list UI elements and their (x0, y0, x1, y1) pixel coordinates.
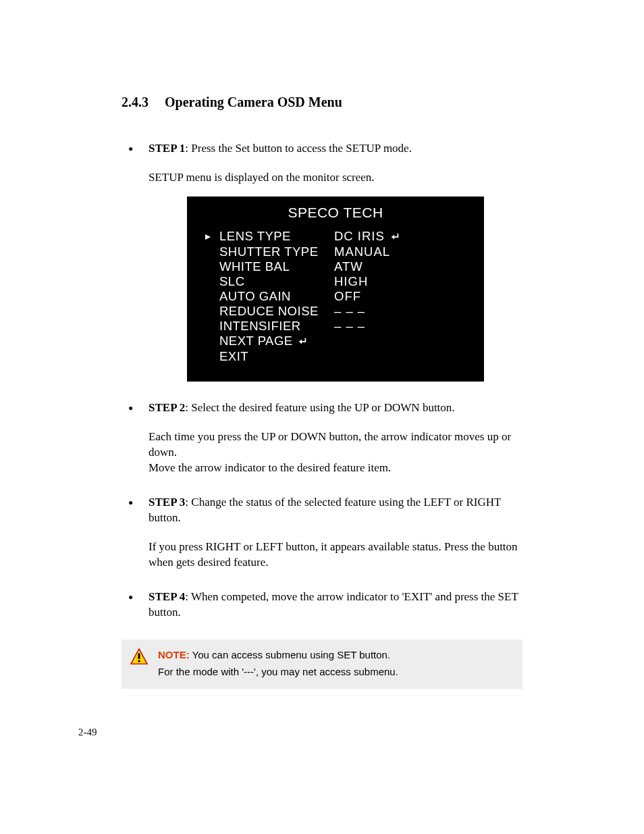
step-text: : Press the Set button to access the SET… (185, 142, 412, 155)
section-number: 2.4.3 (122, 95, 165, 110)
step-followup: Each time you press the UP or DOWN butto… (149, 429, 522, 476)
osd-value: DC IRIS (334, 229, 466, 244)
osd-value: – – – (334, 304, 466, 319)
svg-marker-1 (392, 235, 394, 240)
svg-rect-5 (138, 660, 140, 662)
osd-label: INTENSIFIER (219, 319, 334, 334)
note-label: NOTE: (158, 649, 190, 660)
osd-label: REDUCE NOISE (219, 304, 334, 319)
osd-screenshot: SPECO TECH LENS TYPE DC IRIS SHUTTER TYP… (149, 197, 522, 382)
osd-label: AUTO GAIN (219, 289, 334, 304)
osd-label: NEXT PAGE (219, 334, 334, 349)
step-followup: SETUP menu is displayed on the monitor s… (149, 170, 522, 186)
svg-marker-0 (205, 234, 211, 240)
cursor-icon (205, 229, 219, 244)
step-2: STEP 2: Select the desired feature using… (122, 400, 522, 476)
svg-marker-2 (299, 340, 302, 344)
osd-title: SPECO TECH (205, 203, 466, 222)
osd-label: SHUTTER TYPE (219, 244, 334, 259)
osd-value: MANUAL (334, 244, 466, 259)
note-line2: For the mode with '---', you may net acc… (158, 666, 398, 677)
osd-label: SLC (219, 274, 334, 289)
step-label: STEP 2 (149, 401, 185, 414)
note-box: NOTE: You can access submenu using SET b… (122, 640, 522, 689)
osd-value: OFF (334, 289, 466, 304)
osd-screen: SPECO TECH LENS TYPE DC IRIS SHUTTER TYP… (187, 197, 484, 382)
steps-list: STEP 1: Press the Set button to access t… (122, 141, 522, 621)
osd-label: LENS TYPE (219, 229, 334, 244)
step-4: STEP 4: When competed, move the arrow in… (122, 590, 522, 621)
note-line1: You can access submenu using SET button. (190, 649, 390, 660)
osd-value: – – – (334, 319, 466, 334)
page-number: 2-49 (78, 727, 97, 738)
osd-value: ATW (334, 259, 466, 274)
step-text: : Change the status of the selected feat… (149, 496, 501, 524)
section-heading: 2.4.3Operating Camera OSD Menu (122, 95, 522, 110)
enter-icon (298, 334, 307, 349)
step-label: STEP 4 (149, 590, 185, 603)
step-1: STEP 1: Press the Set button to access t… (122, 141, 522, 382)
warning-icon (130, 648, 149, 667)
step-label: STEP 3 (149, 496, 185, 509)
osd-label: WHITE BAL (219, 259, 334, 274)
osd-menu: LENS TYPE DC IRIS SHUTTER TYPE MANUAL WH… (205, 229, 466, 364)
step-text: : Select the desired feature using the U… (185, 401, 454, 414)
osd-label: EXIT (219, 349, 334, 364)
page-content: 2.4.3Operating Camera OSD Menu STEP 1: P… (0, 0, 644, 689)
step-label: STEP 1 (149, 142, 185, 155)
osd-value: HIGH (334, 274, 466, 289)
step-3: STEP 3: Change the status of the selecte… (122, 495, 522, 571)
step-text: : When competed, move the arrow indicato… (149, 590, 518, 619)
note-text: NOTE: You can access submenu using SET b… (158, 646, 398, 681)
enter-icon (390, 230, 400, 244)
section-title: Operating Camera OSD Menu (165, 95, 342, 109)
step-followup: If you press RIGHT or LEFT button, it ap… (149, 540, 522, 571)
svg-rect-4 (138, 653, 140, 658)
